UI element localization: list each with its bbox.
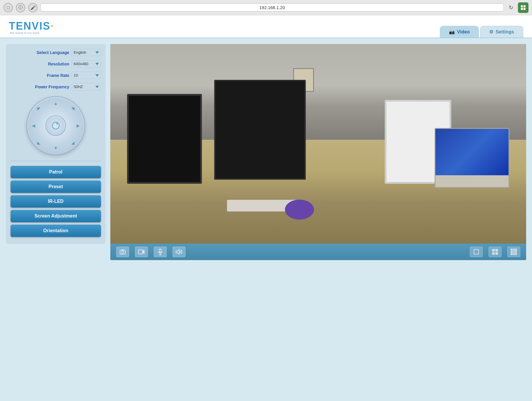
video-toolbar — [110, 244, 526, 260]
left-panel: Select Language English Chinese French S… — [6, 44, 106, 244]
tab-settings-label: Settings — [496, 29, 514, 35]
dpad-down-right[interactable]: ◢ — [69, 139, 76, 146]
quad-view-button[interactable] — [489, 247, 501, 257]
logo-text: TENVIS· — [9, 20, 54, 32]
desk-scene — [110, 44, 526, 244]
language-row: Select Language English Chinese French S… — [11, 49, 101, 56]
dpad-right[interactable]: ▶ — [75, 122, 82, 129]
dpad-up-left[interactable]: ◤ — [35, 105, 42, 112]
resolution-select[interactable]: 640x480 320x240 1280x720 — [72, 60, 101, 68]
laptop-screen — [435, 129, 509, 175]
video-feed — [110, 44, 526, 244]
nav-tabs: 📷 Video ⚙ Settings — [440, 26, 523, 38]
frequency-select[interactable]: 50HZ 60HZ — [72, 83, 101, 90]
dpad: ▲ ▼ ◀ ▶ ◤ ◥ ◣ ◢ — [26, 96, 85, 155]
dpad-left[interactable]: ◀ — [30, 122, 37, 129]
address-bar[interactable]: 192.168.1.20 — [40, 4, 504, 11]
dpad-down[interactable]: ▼ — [52, 144, 59, 151]
frequency-label: Power Frequency — [11, 85, 69, 89]
browser-chrome: □ ⓘ 🎤 192.168.1.20 ↻ — [0, 0, 532, 15]
quad-grid-icon — [492, 249, 498, 255]
logo-dot: · — [50, 20, 54, 32]
laptop — [435, 128, 509, 188]
svg-rect-3 — [523, 8, 526, 10]
ir-led-button[interactable]: IR-LED — [11, 195, 101, 208]
dpad-up-right[interactable]: ◥ — [69, 105, 76, 112]
screen-adjustment-button[interactable]: Screen Adjustment — [11, 210, 101, 222]
logo-area: TENVIS· the world in my eyes — [9, 20, 54, 38]
microphone-button[interactable] — [154, 247, 167, 257]
refresh-icon[interactable]: ↻ — [507, 4, 515, 12]
tab-video-label: Video — [457, 29, 470, 35]
svg-rect-10 — [474, 250, 479, 254]
dpad-up[interactable]: ▲ — [52, 100, 59, 107]
browser-app-icon[interactable] — [518, 2, 528, 13]
resolution-row: Resolution 640x480 320x240 1280x720 — [11, 60, 101, 68]
main-container: TENVIS· the world in my eyes 📷 Video ⚙ S… — [0, 15, 532, 401]
svg-rect-6 — [139, 250, 143, 254]
dpad-center[interactable] — [45, 115, 66, 136]
video-camera-icon: 📷 — [449, 29, 455, 35]
monitor-1 — [127, 94, 202, 184]
resolution-label: Resolution — [11, 62, 69, 66]
record-button[interactable] — [135, 247, 148, 257]
nine-grid-icon — [511, 249, 517, 255]
browser-btn-2[interactable]: ⓘ — [16, 3, 25, 12]
frequency-row: Power Frequency 50HZ 60HZ — [11, 83, 101, 90]
language-select[interactable]: English Chinese French Spanish — [72, 49, 101, 56]
browser-btn-1[interactable]: □ — [4, 3, 13, 12]
snapshot-button[interactable] — [116, 247, 129, 257]
gear-icon: ⚙ — [489, 29, 493, 35]
svg-rect-2 — [521, 8, 523, 10]
right-panel — [110, 44, 526, 260]
monitor-2 — [214, 80, 306, 180]
nine-view-button[interactable] — [507, 247, 520, 257]
orientation-button[interactable]: Orientation — [11, 225, 101, 237]
framerate-label: Frame Rate — [11, 73, 69, 78]
svg-rect-1 — [523, 5, 526, 7]
dpad-down-left[interactable]: ◣ — [35, 139, 42, 146]
divider — [11, 161, 101, 161]
tab-settings[interactable]: ⚙ Settings — [480, 26, 523, 38]
preset-button[interactable]: Preset — [11, 181, 101, 193]
svg-rect-7 — [159, 249, 161, 252]
patrol-button[interactable]: Patrol — [11, 166, 101, 178]
framerate-row: Frame Rate 5 10 15 20 25 30 — [11, 72, 101, 79]
svg-rect-0 — [521, 5, 523, 7]
header: TENVIS· the world in my eyes 📷 Video ⚙ S… — [0, 15, 532, 38]
single-view-button[interactable] — [470, 247, 483, 257]
framerate-select[interactable]: 5 10 15 20 25 30 — [72, 72, 101, 79]
language-label: Select Language — [11, 50, 69, 55]
tab-video[interactable]: 📷 Video — [440, 26, 479, 38]
speaker-button[interactable] — [173, 247, 185, 257]
video-container — [110, 44, 526, 260]
svg-point-5 — [121, 251, 124, 253]
dpad-container: ▲ ▼ ◀ ▶ ◤ ◥ ◣ ◢ — [11, 96, 101, 155]
browser-btn-3[interactable]: 🎤 — [28, 3, 38, 12]
content-area: Select Language English Chinese French S… — [0, 38, 532, 266]
